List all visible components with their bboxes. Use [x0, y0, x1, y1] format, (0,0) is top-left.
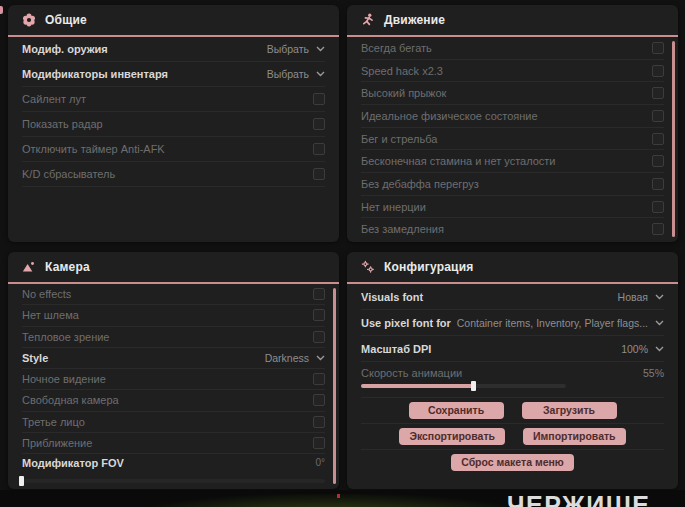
- toggle-label: Ночное видение: [22, 373, 106, 385]
- dropdown-row[interactable]: Use pixel font for Container items, Inve…: [361, 310, 664, 336]
- panel-movement-header: Движение: [347, 5, 678, 37]
- button-row: Сброс макета меню: [361, 450, 664, 475]
- toggle-label: Сайлент лут: [22, 93, 86, 105]
- checkbox[interactable]: [652, 201, 664, 213]
- fov-slider-label: Модификатор FOV: [22, 457, 124, 469]
- panel-config-header: Конфигурация: [347, 252, 678, 284]
- toggle-row[interactable]: Speed hack x2.3: [361, 60, 664, 83]
- photo-icon: [22, 260, 36, 274]
- checkbox[interactable]: [313, 437, 325, 449]
- toggle-row[interactable]: Идеальное физическое состояние: [361, 105, 664, 128]
- load-button[interactable]: Загрузить: [522, 402, 617, 419]
- checkbox[interactable]: [652, 155, 664, 167]
- toggle-label: Бег и стрельба: [361, 133, 437, 145]
- toggle-row[interactable]: Свободная камера: [22, 390, 325, 411]
- checkbox[interactable]: [652, 223, 664, 235]
- toggle-row[interactable]: No effects: [22, 284, 325, 305]
- checkbox[interactable]: [313, 373, 325, 385]
- dropdown-row[interactable]: Style Darkness: [22, 348, 325, 369]
- checkbox[interactable]: [313, 93, 325, 105]
- toggle-label: K/D сбрасыватель: [22, 168, 115, 180]
- toggle-label: Без дебаффа перегруз: [361, 178, 479, 190]
- dropdown-value[interactable]: 100%: [621, 343, 664, 355]
- dropdown-value[interactable]: Darkness: [265, 352, 325, 364]
- checkbox[interactable]: [652, 42, 664, 54]
- scrollbar[interactable]: [672, 41, 675, 237]
- toggle-row[interactable]: Нет инерции: [361, 196, 664, 219]
- toggle-row[interactable]: Ночное видение: [22, 369, 325, 390]
- toggle-row[interactable]: K/D сбрасыватель: [22, 162, 325, 187]
- panel-title: Движение: [384, 13, 445, 27]
- dropdown-row[interactable]: Масштаб DPI 100%: [361, 336, 664, 362]
- panel-camera-rows: No effects Нет шлема Тепловое зрение Sty…: [8, 284, 339, 487]
- chevron-down-icon: [655, 346, 664, 352]
- dropdown-label: Style: [22, 352, 48, 364]
- save-button[interactable]: Сохранить: [409, 402, 504, 419]
- dropdown-label: Visuals font: [361, 291, 423, 303]
- watermark-text: ЧЕРЖИШЕ: [507, 491, 650, 507]
- import-button[interactable]: Импортировать: [523, 428, 626, 445]
- dropdown-row[interactable]: Модиф. оружия Выбрать: [22, 37, 325, 62]
- button-row: Экспортировать Импортировать: [361, 424, 664, 450]
- toggle-label: Speed hack x2.3: [361, 65, 443, 77]
- chevron-down-icon: [655, 320, 664, 326]
- checkbox[interactable]: [313, 143, 325, 155]
- toggle-row[interactable]: Приближение: [22, 433, 325, 454]
- dropdown-selected-text: 100%: [621, 343, 648, 355]
- fov-slider-track[interactable]: [22, 479, 325, 483]
- fov-slider-row[interactable]: Модификатор FOV 0°: [22, 454, 325, 487]
- toggle-row[interactable]: Тепловое зрение: [22, 327, 325, 348]
- panel-title: Общие: [45, 13, 87, 27]
- toggle-label: Показать радар: [22, 118, 103, 130]
- toggle-row[interactable]: Всегда бегать: [361, 37, 664, 60]
- fov-slider-handle[interactable]: [19, 476, 24, 486]
- toggle-row[interactable]: Отключить таймер Anti-AFK: [22, 137, 325, 162]
- flower-gear-icon: [22, 13, 36, 27]
- dropdown-label: Модиф. оружия: [22, 43, 108, 55]
- checkbox[interactable]: [313, 394, 325, 406]
- dropdown-value[interactable]: Выбрать: [267, 43, 325, 55]
- slider-track[interactable]: [361, 384, 566, 388]
- toggle-row[interactable]: Бег и стрельба: [361, 128, 664, 151]
- toggle-label: Идеальное физическое состояние: [361, 110, 538, 122]
- checkbox[interactable]: [652, 178, 664, 190]
- toggle-label: No effects: [22, 288, 71, 300]
- dropdown-row[interactable]: Visuals font Новая: [361, 284, 664, 310]
- toggle-label: Третье лицо: [22, 416, 85, 428]
- checkbox[interactable]: [313, 309, 325, 321]
- checkbox[interactable]: [652, 133, 664, 145]
- slider-value: 55%: [643, 367, 664, 379]
- toggle-row[interactable]: Показать радар: [22, 112, 325, 137]
- panel-general: Общие Модиф. оружия Выбрать Модификаторы…: [8, 5, 339, 242]
- panel-config-rows: Visuals font Новая Use pixel font for Co…: [347, 284, 678, 487]
- panel-camera-header: Камера: [8, 252, 339, 284]
- slider-line: Скорость анимации 55%: [361, 365, 664, 381]
- toggle-row[interactable]: Без дебаффа перегруз: [361, 173, 664, 196]
- gears-icon: [361, 260, 375, 274]
- checkbox[interactable]: [313, 288, 325, 300]
- panel-general-rows: Модиф. оружия Выбрать Модификаторы инвен…: [8, 37, 339, 240]
- dropdown-value[interactable]: Новая: [618, 291, 664, 303]
- checkbox[interactable]: [313, 331, 325, 343]
- checkbox[interactable]: [313, 118, 325, 130]
- toggle-row[interactable]: Без замедления: [361, 218, 664, 240]
- toggle-row[interactable]: Третье лицо: [22, 412, 325, 433]
- toggle-row[interactable]: Бесконечная стамина и нет усталости: [361, 150, 664, 173]
- dropdown-value[interactable]: Выбрать: [267, 68, 325, 80]
- checkbox[interactable]: [652, 65, 664, 77]
- toggle-row[interactable]: Нет шлема: [22, 305, 325, 326]
- checkbox[interactable]: [652, 87, 664, 99]
- toggle-row[interactable]: Сайлент лут: [22, 87, 325, 112]
- scrollbar[interactable]: [333, 288, 336, 484]
- toggle-row[interactable]: Высокий прыжок: [361, 82, 664, 105]
- dropdown-row[interactable]: Модификаторы инвентаря Выбрать: [22, 62, 325, 87]
- dropdown-value[interactable]: Container items, Inventory, Player flags…: [457, 317, 664, 329]
- checkbox[interactable]: [313, 416, 325, 428]
- checkbox[interactable]: [313, 168, 325, 180]
- reset-layout-button[interactable]: Сброс макета меню: [451, 454, 574, 471]
- slider-handle[interactable]: [471, 381, 476, 391]
- export-button[interactable]: Экспортировать: [399, 428, 505, 445]
- dropdown-selected-text: Darkness: [265, 352, 309, 364]
- fov-slider-value: 0°: [315, 457, 325, 468]
- checkbox[interactable]: [652, 110, 664, 122]
